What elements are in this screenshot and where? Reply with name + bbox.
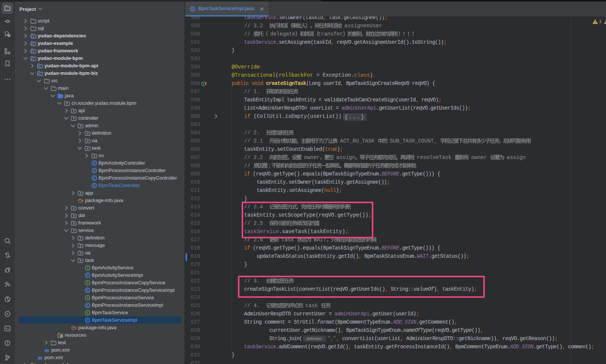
svg-text:C: C xyxy=(192,7,194,11)
